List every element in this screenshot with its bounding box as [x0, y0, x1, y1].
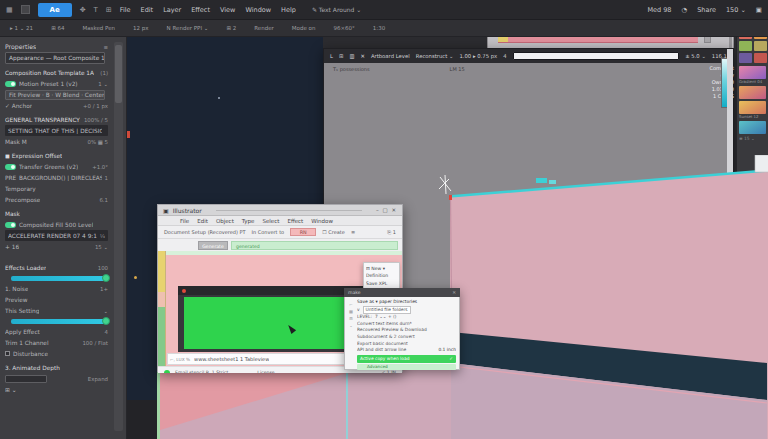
panel-row[interactable]: Effects Loader 100: [5, 262, 108, 273]
input-value[interactable]: www.sheetsheet1 1 Tableview: [194, 356, 269, 362]
side-menu-item[interactable]: Save XPL: [366, 280, 397, 287]
panel-row[interactable]: Disturbance: [5, 348, 108, 359]
color-mode-field[interactable]: RN: [290, 228, 316, 236]
panel-scrollbar-thumb[interactable]: [115, 45, 122, 103]
panel-row[interactable]: Transfer Greens (v2) +1.0°: [5, 161, 108, 172]
slider[interactable]: [11, 319, 108, 324]
panel-row[interactable]: ⊞ ⌄: [5, 384, 108, 395]
panel-row[interactable]: Temporary: [5, 183, 108, 194]
menu-item[interactable]: Edit: [141, 6, 154, 14]
gradient-swatch[interactable]: [739, 66, 766, 79]
dialog-option[interactable]: Recovered Preview & Download: [357, 327, 427, 334]
tolerance-dropdown[interactable]: ± 5.0 ⌄: [685, 53, 706, 59]
panel-row[interactable]: 3. Animated Depth: [5, 362, 108, 373]
green-screen-preview[interactable]: [184, 297, 356, 349]
close-icon[interactable]: ✕: [360, 53, 364, 59]
white-tab[interactable]: [755, 155, 768, 172]
options-bar-item[interactable]: 12 px: [133, 25, 149, 31]
options-bar-item[interactable]: 96×60°: [333, 25, 354, 31]
panel-row[interactable]: Expand: [5, 373, 108, 384]
panel-row[interactable]: Fit Preview · B · W Blend · Center: [5, 89, 108, 100]
panel-row[interactable]: Properties ≡: [5, 41, 108, 52]
topbar-right-item[interactable]: ◔: [681, 6, 687, 14]
menu-item[interactable]: View: [220, 6, 235, 14]
options-bar-item[interactable]: ⊞ 64: [51, 25, 64, 31]
color-swatch[interactable]: [754, 41, 767, 51]
menu-item[interactable]: Layer: [163, 6, 181, 14]
panel-row[interactable]: ACCELERATE RENDER 07 4 9:16:02:00 ¼: [5, 230, 108, 241]
panel-row[interactable]: Appearance — Root Composite 1A: [5, 52, 108, 64]
options-bar-item[interactable]: Render: [254, 25, 274, 31]
menu-item[interactable]: Type: [242, 218, 255, 224]
toggle-pill[interactable]: [5, 164, 16, 170]
reconstruct-dropdown[interactable]: Reconstruct ⌄: [416, 53, 454, 59]
options-bar-item[interactable]: Masked Pen: [82, 25, 115, 31]
gradient-swatch[interactable]: [739, 86, 766, 99]
dialog-option[interactable]: Export basic document: [357, 341, 408, 348]
slider-knob[interactable]: [102, 274, 110, 282]
panel-row[interactable]: Apply Effect 4: [5, 326, 108, 337]
rail-icon[interactable]: ⌐: [347, 301, 355, 308]
panel-row[interactable]: Mask M 0% ▦ 5: [5, 136, 108, 147]
gradient-swatch[interactable]: [739, 101, 766, 114]
options-bar-item[interactable]: N Render PPI ⌄: [167, 25, 209, 31]
topbar-right-item[interactable]: ▣: [756, 6, 762, 14]
options-bar-item[interactable]: 1:30: [373, 25, 385, 31]
panel-row[interactable]: 1. Noise 1+: [5, 283, 108, 294]
grid-icon[interactable]: ⊞: [339, 53, 343, 59]
scale-values[interactable]: 1.00 ▸ 0.75 px: [459, 53, 497, 59]
side-menu-item[interactable]: ⊟ New ▾: [366, 265, 397, 272]
panel-row[interactable]: [5, 316, 108, 326]
strip-handle[interactable]: [704, 36, 711, 43]
toggle-pill[interactable]: [5, 222, 16, 228]
menu-icon[interactable]: ▦: [6, 6, 13, 14]
grid-tool-icon[interactable]: ⊞: [106, 6, 112, 14]
options-bar-item[interactable]: Mode on: [292, 25, 316, 31]
topbar-right-item[interactable]: Share: [697, 6, 716, 14]
menu-item[interactable]: File: [120, 6, 131, 14]
generate-button[interactable]: Generate: [198, 241, 228, 250]
window-titlebar[interactable]: ▣ Illustrator – ▢ ✕: [158, 205, 402, 216]
dialog-option[interactable]: Subdocument & 2 convert: [357, 334, 415, 341]
color-swatch[interactable]: [739, 53, 752, 63]
selection-handle-small[interactable]: [549, 180, 556, 184]
l-tool-icon[interactable]: L: [330, 53, 333, 59]
options-bar-item[interactable]: ⊞ 2: [226, 25, 236, 31]
topbar-right-item[interactable]: 150 ⌄: [726, 6, 746, 14]
copy-icon[interactable]: ⎘ 1: [387, 229, 396, 236]
panel-row[interactable]: [5, 273, 108, 283]
panel-row[interactable]: Trim 1 Channel 100 / Flat: [5, 337, 108, 348]
color-swatch[interactable]: [754, 53, 767, 63]
slider[interactable]: [11, 276, 108, 281]
advanced-row[interactable]: Advanced: [357, 364, 456, 370]
folder-field[interactable]: Untitled file folders: [363, 306, 411, 315]
panel-row[interactable]: Preview: [5, 294, 108, 305]
level-value[interactable]: 7 ⌄⌄ + ⟨⟩: [375, 314, 396, 321]
convert-label[interactable]: In Convert to: [252, 229, 285, 235]
menu-item[interactable]: Window: [245, 6, 271, 14]
panel-row[interactable]: This Setting ⌄: [5, 305, 108, 316]
panel-row[interactable]: GENERAL TRANSPARENCY SETS 100% / 5: [5, 114, 108, 125]
menu-item[interactable]: File: [180, 218, 189, 224]
panel-row[interactable]: + 16 15 ⌄: [5, 241, 108, 252]
menu-item[interactable]: Window: [311, 218, 333, 224]
dialog-titlebar[interactable]: make ✕: [344, 288, 460, 297]
panel-row[interactable]: Precompose 6.1: [5, 194, 108, 205]
menu-item[interactable]: Object: [216, 218, 234, 224]
app-badge[interactable]: Ae: [38, 3, 72, 17]
topbar-right-item[interactable]: Med 98: [647, 6, 671, 14]
create-checkbox[interactable]: ☐ Create: [322, 229, 345, 235]
panel-row[interactable]: Mask: [5, 208, 108, 219]
panel-row[interactable]: SETTING THAT OF THIS | DECISION: [5, 125, 108, 136]
rail-icon[interactable]: ⊞: [347, 315, 355, 322]
type-tool-icon[interactable]: T: [94, 6, 98, 14]
gradient-swatch[interactable]: [739, 121, 766, 134]
move-tool-icon[interactable]: ✥: [80, 6, 86, 14]
options-bar-item[interactable]: ▸ 1 ⌄ 21: [10, 25, 33, 31]
checkbox[interactable]: [5, 351, 10, 356]
panel-row[interactable]: Motion Preset 1 (v2) 1 ⌄: [5, 78, 108, 89]
side-menu-item[interactable]: Definition: [366, 272, 397, 279]
selection-handle[interactable]: [536, 178, 547, 183]
gradient-strip[interactable]: [498, 37, 698, 43]
search-input[interactable]: [513, 52, 680, 60]
